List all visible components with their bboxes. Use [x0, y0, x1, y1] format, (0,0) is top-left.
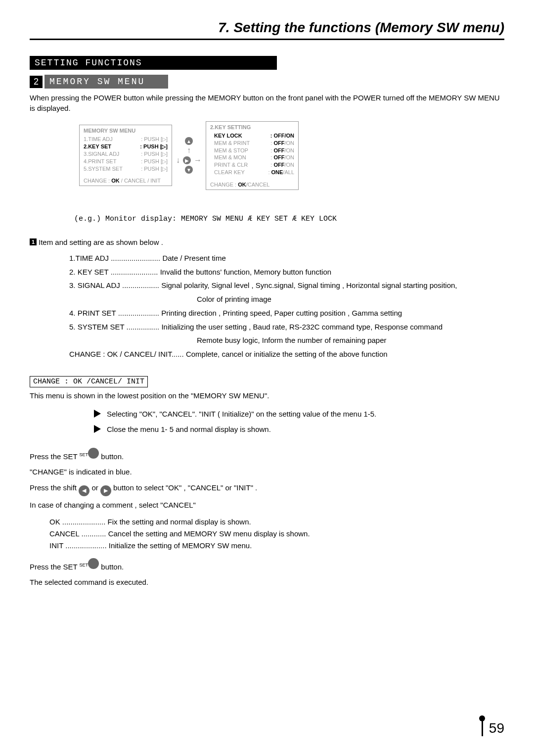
panel-left-footer: CHANGE : OK / CANCEL / INIT: [84, 177, 168, 185]
arrow-up-thin: ↑: [187, 146, 191, 155]
def-item: CHANGE : OK / CANCEL/ INIT...... Complet…: [69, 347, 504, 361]
items-lead: Item and setting are as shown below .: [39, 238, 163, 246]
def-item: 1.TIME ADJ ........................ Date…: [69, 251, 504, 265]
triangle-right-icon: [94, 410, 101, 418]
step-executed: The selected command is executed.: [30, 578, 504, 586]
step-press-set: Press the SET SET button.: [30, 448, 504, 461]
panel-left-row: 3.SIGNAL ADJ: PUSH [▷]: [84, 150, 168, 158]
set-label: SET: [80, 563, 89, 567]
step-press-shift: Press the shift ◀ or ▶ button to select …: [30, 483, 504, 494]
panel-left-row: 2.KEY SET: PUSH [▷]: [84, 143, 168, 150]
init-line: INIT .................... Initialize the…: [49, 540, 504, 552]
right-arrow-icon: ▶: [183, 156, 191, 164]
heading-sub: MEMORY SW MENU: [44, 75, 168, 89]
left-arrow-icon: ◀: [79, 485, 89, 496]
def-item: 3. SIGNAL ADJ .................. Signal …: [69, 279, 504, 292]
def-item: 2. KEY SET ....................... Inval…: [69, 265, 504, 279]
step-change-blue: "CHANGE" is indicated in blue.: [30, 468, 504, 476]
chapter-title: 7. Setting the functions (Memory SW menu…: [30, 20, 504, 36]
right-arrow-icon: ▶: [100, 485, 111, 496]
def-item: 4. PRINT SET .................... Printi…: [69, 306, 504, 320]
panel-right-row: MEM & PRINT: OFF/ON: [210, 140, 294, 147]
step-press-set-2: Press the SET SET button.: [30, 559, 504, 571]
example-line: (e.g.) Monitor display: MEMORY SW MENU Æ…: [74, 215, 504, 223]
panel-right-row: MEM & STOP: OFF/ON: [210, 147, 294, 154]
panel-left-title: MEMORY SW MENU: [84, 127, 168, 135]
panel-memory-sw-menu: MEMORY SW MENU 1.TIME ADJ: PUSH [▷] 2.KE…: [79, 125, 172, 186]
panel-left-row: 4.PRINT SET: PUSH [▷]: [84, 158, 168, 165]
set-button-icon: [88, 448, 99, 459]
set-button-icon: [88, 558, 99, 569]
definition-list: 1.TIME ADJ ........................ Date…: [69, 251, 504, 361]
panel-left-row: 5.SYSTEM SET: PUSH [▷]: [84, 165, 168, 173]
bullet-text: Close the menu 1- 5 and normal display i…: [107, 425, 271, 433]
page-number: 59: [482, 720, 504, 736]
heading-main: SETTING FUNCTIONS: [30, 56, 277, 70]
def-item-sub: Color of printing image: [197, 292, 504, 306]
panel-right-row: MEM & MON: OFF/ON: [210, 154, 294, 161]
box-description: This menu is shown in the lowest positio…: [30, 391, 504, 400]
down-arrow-icon: ▼: [185, 166, 193, 174]
change-ok-cancel-init-box: CHANGE : OK /CANCEL/ INIT: [30, 376, 148, 387]
panel-right-title: 2.KEY SETTING: [210, 124, 294, 131]
cancel-line: CANCEL ............ Cancel the setting a…: [49, 528, 504, 540]
intro-paragraph: When pressing the POWER button while pre…: [30, 93, 504, 113]
step-cancel-note: In case of changing a comment , select "…: [30, 501, 504, 509]
panel-right-row: PRINT & CLR: OFF/ON: [210, 161, 294, 169]
panel-right-footer: CHANGE : OK/CANCEL: [210, 181, 294, 189]
list-number-icon: 1: [30, 238, 37, 245]
panel-right-row: CLEAR KEY: ONE/ALL: [210, 169, 294, 176]
ok-line: OK ..................... Fix the setting…: [49, 516, 504, 528]
chapter-rule: [30, 39, 504, 40]
triangle-right-icon: [94, 425, 101, 433]
def-item: 5. SYSTEM SET ................ Initializ…: [69, 320, 504, 334]
set-label: SET: [80, 452, 89, 457]
panel-right-row: KEY LOCK: OFF/ON: [210, 132, 294, 140]
heading-sub-number: 2: [30, 76, 43, 88]
panel-key-setting: 2.KEY SETTING KEY LOCK: OFF/ON MEM & PRI…: [206, 121, 299, 190]
panel-left-row: 1.TIME ADJ: PUSH [▷]: [84, 136, 168, 143]
nav-arrow-cluster: ▲ ↑ ↓ ▶ → ▼: [176, 137, 202, 174]
def-item-sub: Remote busy logic, Inform the number of …: [197, 333, 504, 347]
arrow-right-thin: →: [194, 156, 202, 165]
arrow-down-thin: ↓: [176, 156, 180, 165]
up-arrow-icon: ▲: [185, 137, 193, 145]
bullet-text: Selecting "OK", "CANCEL". "INIT ( Initia…: [107, 410, 376, 418]
